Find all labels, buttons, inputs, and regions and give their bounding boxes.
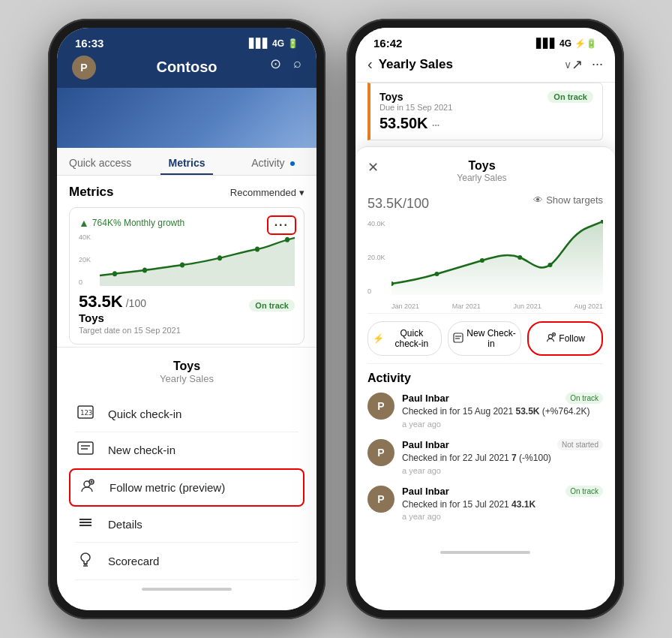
sheet-label-new-checkin: New check-in — [108, 444, 176, 456]
app-title: Contoso — [156, 59, 217, 76]
camera-icon[interactable]: ⊙ — [270, 56, 281, 72]
activity-avatar-3: P — [368, 486, 394, 513]
network-label: 4G — [272, 38, 284, 49]
expand-btn[interactable]: ↗ — [572, 56, 583, 73]
activity-time-3: a year ago — [402, 512, 603, 521]
checkin-icon: 123 — [75, 405, 96, 423]
chevron-down-icon: ▾ — [299, 187, 304, 198]
metric-row-status: On track — [548, 91, 593, 103]
report-title: Yearly Sales — [379, 57, 561, 72]
svg-point-0 — [112, 271, 117, 276]
scorecard-icon — [75, 552, 96, 570]
modal-close-btn[interactable]: ✕ — [368, 159, 379, 176]
metrics-title: Metrics — [69, 185, 114, 200]
sheet-item-follow[interactable]: Follow metric (preview) — [69, 468, 304, 507]
tab-quick-access[interactable]: Quick access — [57, 148, 143, 175]
chart-x-labels: Jan 2021 Mar 2021 Jun 2021 Aug 2021 — [392, 302, 603, 310]
svg-point-23 — [518, 255, 522, 260]
metric-card: ▲ 764K% Monthly growth 40K 20K 0 — [69, 207, 304, 345]
phone-1: 16:33 ▋▋▋ 4G 🔋 P Contoso ⊙ ⌕ — [48, 19, 326, 619]
activity-name-2: Paul Inbar — [402, 439, 449, 450]
sheet-item-scorecard[interactable]: Scorecard — [75, 543, 298, 580]
eye-icon: 👁 — [533, 194, 543, 206]
modal-subtitle: Yearly Sales — [379, 173, 585, 183]
arrow-up-icon: ▲ — [79, 217, 89, 229]
activity-text-2: Checked in for 22 Jul 2021 7 (-%100) — [402, 452, 603, 465]
growth-badge: ▲ 764K% Monthly growth — [79, 217, 295, 229]
svg-point-1 — [142, 268, 147, 273]
metric-row-card: Toys Due in 15 Sep 2021 On track 53.50K … — [368, 83, 603, 140]
activity-item-3: P Paul Inbar On track Checked in for 15 … — [368, 486, 603, 522]
activity-name-1: Paul Inbar — [402, 393, 449, 404]
modal-value: 53.5K/100 — [368, 186, 429, 213]
detail-modal: ✕ Toys Yearly Sales 53.5K/100 👁 — [356, 146, 615, 543]
network-label-2: 4G — [560, 38, 572, 49]
activity-text-1: Checked in for 15 Aug 2021 53.5K (+%764.… — [402, 405, 603, 418]
sheet-item-new-checkin[interactable]: New check-in — [75, 432, 298, 468]
activity-badge-2: Not started — [557, 439, 603, 450]
sheet-label-checkin: Quick check-in — [108, 408, 182, 420]
tab-metrics[interactable]: Metrics — [143, 148, 230, 175]
bottom-sheet: Toys Yearly Sales 123 Quick check-in New… — [57, 347, 316, 610]
tab-activity[interactable]: Activity — [230, 148, 316, 175]
quick-checkin-btn[interactable]: ⚡ Quick check-in — [368, 321, 442, 356]
follow-btn[interactable]: Follow — [527, 321, 603, 356]
activity-name-3: Paul Inbar — [402, 486, 449, 497]
sheet-item-details[interactable]: Details — [75, 507, 298, 543]
checklist-icon — [453, 333, 464, 345]
status-icons-1: ▋▋▋ 4G 🔋 — [249, 38, 298, 49]
on-track-badge: On track — [249, 299, 295, 311]
svg-point-22 — [480, 258, 484, 263]
phone-2: 16:42 ▋▋▋ 4G ⚡🔋 ‹ Yearly Sales ∨ ↗ ··· — [346, 19, 624, 619]
activity-item-1: P Paul Inbar On track Checked in for 15 … — [368, 393, 603, 429]
svg-text:123: 123 — [80, 409, 92, 417]
back-btn[interactable]: ‹ — [368, 56, 373, 73]
modal-title: Toys — [379, 159, 585, 173]
sheet-item-checkin[interactable]: 123 Quick check-in — [75, 396, 298, 432]
metric-row-due: Due in 15 Sep 2021 — [380, 103, 452, 112]
signal-icon: ▋▋▋ — [249, 38, 269, 49]
svg-point-5 — [285, 237, 290, 242]
details-icon — [75, 516, 96, 533]
chevron-icon: ∨ — [564, 59, 572, 71]
metric-denom: /100 — [126, 297, 146, 309]
more-btn[interactable]: ··· — [592, 56, 603, 72]
metrics-section: Metrics Recommended ▾ ▲ 764K% Monthly gr… — [57, 176, 316, 347]
svg-point-21 — [434, 272, 439, 276]
svg-point-4 — [255, 247, 260, 252]
follow-icon — [76, 479, 98, 496]
metric-name: Toys — [79, 311, 295, 324]
recommended-btn[interactable]: Recommended ▾ — [230, 187, 304, 198]
tabs-row: Quick access Metrics Activity — [57, 148, 316, 176]
home-indicator-1 — [75, 580, 298, 598]
svg-rect-26 — [454, 333, 463, 342]
activity-title: Activity — [368, 372, 603, 385]
chart-y-labels: 40.0K 20.0K 0 — [368, 220, 392, 295]
activity-dot — [290, 161, 295, 166]
lightning-icon: ⚡ — [373, 333, 384, 344]
activity-badge-3: On track — [566, 486, 603, 497]
search-icon[interactable]: ⌕ — [293, 56, 302, 72]
new-checkin-icon — [75, 441, 96, 459]
svg-rect-8 — [78, 442, 93, 454]
avatar: P — [72, 56, 96, 80]
sheet-label-follow: Follow metric (preview) — [110, 481, 225, 494]
metric-row-value: 53.50K ··· — [380, 115, 593, 132]
new-checkin-btn[interactable]: New Check-in — [448, 321, 522, 356]
three-dots-btn[interactable]: ··· — [267, 215, 296, 235]
header-bg — [57, 88, 316, 148]
activity-avatar-1: P — [368, 393, 394, 420]
svg-point-2 — [180, 263, 184, 268]
phone2-header: ‹ Yearly Sales ∨ ↗ ··· — [356, 53, 615, 83]
activity-time-1: a year ago — [402, 420, 603, 429]
sheet-label-scorecard: Scorecard — [108, 555, 159, 567]
show-targets-btn[interactable]: 👁 Show targets — [533, 194, 603, 206]
activity-time-2: a year ago — [402, 466, 603, 475]
metric-row-name: Toys — [380, 91, 452, 103]
header-icons: ⊙ ⌕ — [270, 56, 302, 72]
signal-icon-2: ▋▋▋ — [536, 38, 556, 49]
sheet-subtitle: Yearly Sales — [75, 373, 298, 384]
detail-chart: 40.0K 20.0K 0 — [368, 220, 603, 310]
mini-chart: 40K 20K 0 — [79, 233, 295, 286]
activity-text-3: Checked in for 15 Jul 2021 43.1K — [402, 498, 603, 511]
